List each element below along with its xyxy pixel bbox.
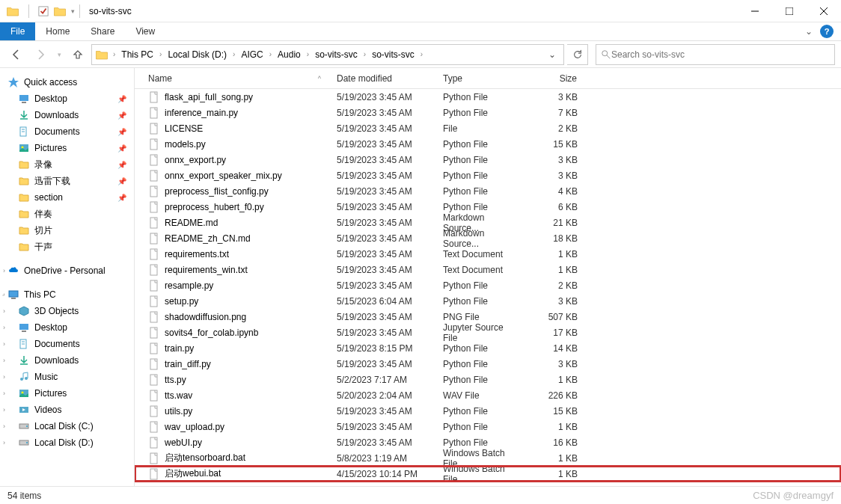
column-name[interactable]: Name^ xyxy=(141,68,329,88)
recent-dropdown[interactable]: ▾ xyxy=(54,44,64,65)
file-row[interactable]: inference_main.py5/19/2023 3:45 AMPython… xyxy=(135,105,841,120)
file-row[interactable]: flask_api_full_song.py5/19/2023 3:45 AMP… xyxy=(135,89,841,105)
crumb-disk[interactable]: Local Disk (D:) xyxy=(163,45,231,64)
sidebar-item[interactable]: Pictures📌 xyxy=(0,140,134,156)
help-icon[interactable]: ? xyxy=(820,25,834,38)
sidebar-item[interactable]: ›Pictures xyxy=(0,385,134,402)
sidebar-item[interactable]: ›Videos xyxy=(0,402,134,418)
sidebar-item[interactable]: Downloads📌 xyxy=(0,107,134,123)
file-row[interactable]: train.py5/19/2023 8:15 PMPython File14 K… xyxy=(135,340,841,356)
sidebar-item[interactable]: Documents📌 xyxy=(0,123,134,140)
qat-dropdown-icon[interactable]: ▾ xyxy=(71,7,75,15)
quick-access-header[interactable]: Quick access xyxy=(0,74,134,90)
file-row[interactable]: requirements.txt5/19/2023 3:45 AMText Do… xyxy=(135,246,841,262)
chevron-right-icon[interactable]: › xyxy=(364,50,366,58)
svg-rect-2 xyxy=(786,7,793,15)
file-row[interactable]: preprocess_flist_config.py5/19/2023 3:45… xyxy=(135,183,841,199)
maximize-button[interactable] xyxy=(772,0,807,22)
chevron-down-icon[interactable]: ⌄ xyxy=(805,26,813,37)
refresh-button[interactable] xyxy=(567,44,588,65)
file-row[interactable]: sovits4_for_colab.ipynb5/19/2023 3:45 AM… xyxy=(135,325,841,340)
crumb-aigc[interactable]: AIGC xyxy=(236,45,267,64)
sidebar-item[interactable]: 录像📌 xyxy=(0,156,134,173)
back-button[interactable] xyxy=(6,44,27,65)
file-list[interactable]: flask_api_full_song.py5/19/2023 3:45 AMP… xyxy=(135,89,841,486)
history-dropdown-icon[interactable]: ⌄ xyxy=(544,49,560,60)
sidebar-item[interactable]: 迅雷下载📌 xyxy=(0,173,134,189)
close-button[interactable] xyxy=(807,0,841,22)
expand-icon[interactable]: › xyxy=(3,439,5,446)
file-type-cell: WAV File xyxy=(435,390,525,401)
home-tab[interactable]: Home xyxy=(35,22,80,40)
chevron-right-icon[interactable]: › xyxy=(307,50,309,58)
file-row[interactable]: utils.py5/19/2023 3:45 AMPython File15 K… xyxy=(135,403,841,419)
folder-icon[interactable] xyxy=(53,4,67,18)
sidebar-item[interactable]: ›3D Objects xyxy=(0,303,134,319)
breadcrumb[interactable]: › This PC › Local Disk (D:) › AIGC › Aud… xyxy=(91,44,564,65)
sidebar-item[interactable]: 切片 xyxy=(0,222,134,239)
column-type[interactable]: Type xyxy=(435,68,525,88)
chevron-right-icon[interactable]: › xyxy=(420,50,423,58)
expand-icon[interactable]: › xyxy=(3,390,5,397)
navigation-pane[interactable]: Quick access Desktop📌Downloads📌Documents… xyxy=(0,68,135,486)
sidebar-item[interactable]: 伴奏 xyxy=(0,206,134,222)
expand-icon[interactable]: › xyxy=(3,307,5,315)
file-row[interactable]: 启动webui.bat4/15/2023 10:14 PMWindows Bat… xyxy=(135,466,841,482)
file-date-cell: 5/19/2023 8:15 PM xyxy=(329,343,435,354)
sidebar-item[interactable]: Desktop📌 xyxy=(0,90,134,107)
sidebar-item[interactable]: ›Downloads xyxy=(0,352,134,369)
up-button[interactable] xyxy=(67,44,88,65)
file-row[interactable]: tts.wav5/20/2023 2:04 AMWAV File226 KB xyxy=(135,387,841,403)
chevron-right-icon[interactable]: › xyxy=(159,50,162,58)
column-size[interactable]: Size xyxy=(525,68,585,88)
file-row[interactable]: README_zh_CN.md5/19/2023 3:45 AMMarkdown… xyxy=(135,230,841,246)
sidebar-item[interactable]: ›Music xyxy=(0,369,134,385)
file-date-cell: 5/19/2023 3:45 AM xyxy=(329,92,435,102)
sidebar-item[interactable]: ›Desktop xyxy=(0,319,134,336)
expand-icon[interactable]: › xyxy=(3,267,5,274)
expand-icon[interactable]: › xyxy=(3,340,5,348)
file-row[interactable]: models.py5/19/2023 3:45 AMPython File15 … xyxy=(135,136,841,152)
column-date[interactable]: Date modified xyxy=(329,68,435,88)
file-row[interactable]: requirements_win.txt5/19/2023 3:45 AMTex… xyxy=(135,262,841,277)
expand-icon[interactable]: › xyxy=(3,324,5,331)
sidebar-item[interactable]: 干声 xyxy=(0,239,134,255)
file-row[interactable]: onnx_export.py5/19/2023 3:45 AMPython Fi… xyxy=(135,152,841,168)
crumb-this-pc[interactable]: This PC xyxy=(117,45,158,64)
chevron-right-icon[interactable]: › xyxy=(113,50,115,58)
search-box[interactable] xyxy=(596,44,835,65)
this-pc-header[interactable]: › This PC xyxy=(0,286,134,303)
view-tab[interactable]: View xyxy=(125,22,165,40)
file-row[interactable]: wav_upload.py5/19/2023 3:45 AMPython Fil… xyxy=(135,419,841,434)
onedrive-item[interactable]: › OneDrive - Personal xyxy=(0,262,134,279)
share-tab[interactable]: Share xyxy=(80,22,125,40)
sidebar-item[interactable]: ›Documents xyxy=(0,336,134,352)
crumb-sovits1[interactable]: so-vits-svc xyxy=(311,45,362,64)
file-row[interactable]: train_diff.py5/19/2023 3:45 AMPython Fil… xyxy=(135,356,841,372)
expand-icon[interactable]: › xyxy=(3,422,5,430)
sidebar-item[interactable]: ›Local Disk (C:) xyxy=(0,418,134,434)
file-row[interactable]: onnx_export_speaker_mix.py5/19/2023 3:45… xyxy=(135,168,841,183)
crumb-sovits2[interactable]: so-vits-svc xyxy=(367,45,419,64)
search-input[interactable] xyxy=(611,49,830,60)
file-icon xyxy=(148,185,160,197)
sidebar-item[interactable]: section📌 xyxy=(0,189,134,206)
minimize-button[interactable] xyxy=(738,0,772,22)
chevron-right-icon[interactable]: › xyxy=(233,50,235,58)
file-tab[interactable]: File xyxy=(0,22,35,40)
expand-icon[interactable]: › xyxy=(3,373,5,381)
forward-button[interactable] xyxy=(30,44,51,65)
file-row[interactable]: setup.py5/15/2023 6:04 AMPython File3 KB xyxy=(135,293,841,309)
sidebar-item[interactable]: ›Local Disk (D:) xyxy=(0,434,134,451)
file-row[interactable]: tts.py5/2/2023 7:17 AMPython File1 KB xyxy=(135,372,841,387)
expand-icon[interactable]: › xyxy=(1,291,7,298)
pictures-icon xyxy=(18,387,30,399)
expand-icon[interactable]: › xyxy=(3,357,5,364)
crumb-audio[interactable]: Audio xyxy=(273,45,305,64)
file-row[interactable]: LICENSE5/19/2023 3:45 AMFile2 KB xyxy=(135,120,841,136)
properties-icon[interactable] xyxy=(38,6,49,16)
file-row[interactable]: resample.py5/19/2023 3:45 AMPython File2… xyxy=(135,277,841,293)
sidebar-item-label: Desktop xyxy=(34,93,67,104)
expand-icon[interactable]: › xyxy=(3,406,5,414)
chevron-right-icon[interactable]: › xyxy=(269,50,272,58)
